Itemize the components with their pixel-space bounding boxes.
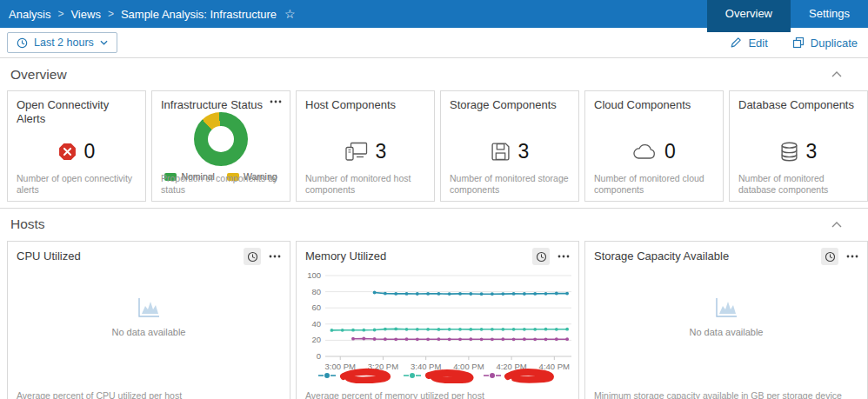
duplicate-button[interactable]: Duplicate: [792, 37, 858, 50]
card-infrastructure-status: Infrastructure Status Nominal Warning Pr…: [151, 90, 290, 202]
section-hosts-header: Hosts: [0, 208, 868, 240]
card-title: Host Components: [305, 98, 396, 112]
favorite-star-icon[interactable]: ☆: [284, 7, 296, 21]
alert-octagon-x-icon: [58, 143, 77, 161]
breadcrumb-separator: >: [108, 8, 114, 20]
card-title: Memory Utilized: [305, 249, 386, 263]
no-data-text: No data available: [689, 327, 763, 337]
tab-settings[interactable]: Settings: [791, 0, 868, 32]
breadcrumb-separator: >: [57, 8, 63, 20]
duplicate-label: Duplicate: [811, 37, 858, 50]
legend-item-host-1[interactable]: [318, 368, 395, 383]
hosts-charts-row: CPU Utilized No data available Average p…: [0, 241, 868, 399]
card-title: Cloud Components: [594, 98, 691, 112]
view-tabs: Overview Settings: [707, 0, 868, 32]
card-footer: Number of open connectivity alerts: [17, 173, 140, 196]
card-title: Storage Components: [450, 98, 557, 112]
pencil-icon: [730, 37, 742, 49]
toolbar: Last 2 hours Edit Duplicate: [0, 28, 868, 58]
redacted-label-scribble: [337, 368, 395, 383]
memory-line-chart: 0204060801003:00 PM3:20 PM3:40 PM4:00 PM…: [297, 267, 578, 373]
top-bar: Analysis > Views > Sample Analysis: Infr…: [0, 0, 868, 28]
tab-overview[interactable]: Overview: [707, 0, 791, 32]
card-title: Storage Capacity Available: [594, 249, 729, 263]
empty-state: No data available: [8, 296, 290, 337]
svg-text:60: 60: [311, 303, 321, 312]
card-footer: Number of monitored database components: [738, 173, 862, 196]
chevron-down-icon: [100, 40, 108, 45]
edit-label: Edit: [748, 37, 767, 50]
collapse-hosts-button[interactable]: [830, 220, 844, 229]
series-marker: [404, 371, 421, 380]
time-range-button[interactable]: Last 2 hours: [7, 32, 117, 53]
host-components-icon: [344, 142, 368, 162]
legend-item-host-3[interactable]: [484, 368, 557, 383]
card-storage-capacity-available: Storage Capacity Available No data avail…: [584, 241, 868, 399]
time-range-label: Last 2 hours: [34, 37, 94, 49]
svg-text:100: 100: [307, 270, 321, 280]
clock-icon: [17, 37, 28, 49]
series-marker: [318, 371, 336, 380]
card-footer: Number of monitored host components: [305, 173, 429, 196]
time-settings-button[interactable]: [821, 248, 838, 265]
infrastructure-dashboard: Analysis > Views > Sample Analysis: Infr…: [0, 0, 868, 399]
card-open-connectivity-alerts: Open Connectivity Alerts 0 Number of ope…: [7, 90, 146, 202]
chevron-up-icon: [831, 71, 842, 77]
redacted-label-scribble: [503, 368, 557, 383]
card-cloud-components: Cloud Components 0 Number of monitored c…: [584, 90, 724, 202]
toolbar-actions: Edit Duplicate: [730, 37, 858, 50]
chevron-up-icon: [831, 222, 842, 228]
collapse-overview-button[interactable]: [830, 70, 844, 79]
edit-button[interactable]: Edit: [730, 37, 767, 50]
card-database-components: Database Components 3 Number of monitore…: [729, 90, 868, 202]
time-settings-button[interactable]: [532, 248, 550, 265]
duplicate-icon: [792, 37, 805, 49]
cloud-icon: [632, 143, 657, 160]
section-overview-header: Overview: [0, 58, 868, 90]
card-footer: Number of monitored cloud components: [594, 173, 718, 196]
cloud-count: 0: [664, 140, 676, 163]
memory-chart-legend: [297, 368, 578, 383]
svg-text:80: 80: [311, 287, 321, 296]
storage-disk-icon: [491, 142, 511, 162]
overflow-menu-icon[interactable]: [845, 253, 859, 260]
status-donut-chart: [194, 112, 248, 166]
breadcrumb-analysis[interactable]: Analysis: [9, 8, 50, 21]
card-footer: Minimum storage capacity available in GB…: [594, 390, 862, 399]
alerts-count: 0: [84, 140, 96, 163]
card-title: Open Connectivity Alerts: [17, 98, 138, 125]
no-data-text: No data available: [111, 327, 185, 337]
card-memory-utilized: Memory Utilized 0204060801003:00 PM3:20 …: [296, 241, 579, 399]
no-data-chart-icon: [712, 296, 740, 320]
clock-icon: [247, 251, 258, 263]
overflow-menu-icon[interactable]: [269, 98, 283, 105]
card-footer: Average percent of CPU utilized per host: [17, 390, 284, 399]
overview-kpi-row: Open Connectivity Alerts 0 Number of ope…: [0, 90, 868, 202]
breadcrumb: Analysis > Views > Sample Analysis: Infr…: [0, 7, 296, 21]
storage-count: 3: [518, 140, 530, 163]
card-storage-components: Storage Components 3 Number of monitored…: [440, 90, 579, 202]
card-title: Infrastructure Status: [161, 98, 263, 112]
card-host-components: Host Components 3 Number of monitored ho…: [296, 90, 435, 202]
card-footer: Average percent of memory utilized per h…: [305, 390, 573, 399]
section-hosts-title: Hosts: [10, 216, 45, 232]
card-footer: Proportion of components by status: [161, 173, 284, 196]
page-title: Sample Analysis: Infrastructure: [121, 8, 277, 21]
database-count: 3: [806, 140, 818, 163]
card-title: CPU Utilized: [17, 249, 81, 263]
series-marker: [484, 371, 501, 380]
clock-icon: [536, 251, 547, 263]
svg-text:20: 20: [311, 335, 321, 344]
overflow-menu-icon[interactable]: [268, 253, 282, 260]
time-settings-button[interactable]: [244, 248, 261, 265]
clock-icon: [825, 251, 836, 263]
host-count: 3: [376, 140, 387, 163]
breadcrumb-views[interactable]: Views: [70, 8, 100, 21]
section-overview-title: Overview: [10, 67, 67, 83]
card-title: Database Components: [738, 98, 854, 112]
legend-item-host-2[interactable]: [404, 368, 475, 383]
card-footer: Number of monitored storage components: [450, 173, 573, 196]
redacted-label-scribble: [423, 368, 475, 383]
empty-state: No data available: [585, 296, 867, 337]
overflow-menu-icon[interactable]: [557, 253, 571, 260]
